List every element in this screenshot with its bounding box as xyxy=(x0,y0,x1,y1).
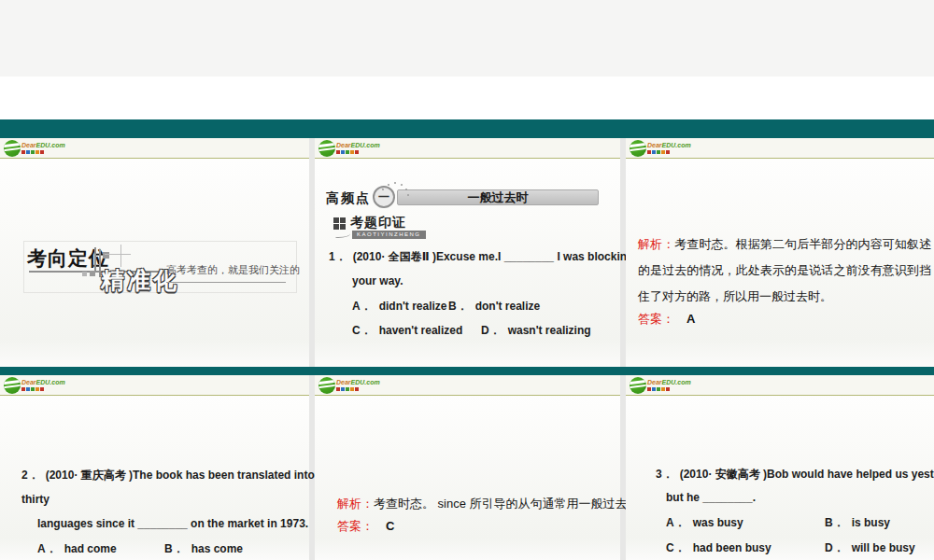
deco-square xyxy=(82,272,87,276)
badge-label: 高频点 xyxy=(326,190,371,207)
question-line: 2．(2010· 重庆高考 )The book has been transla… xyxy=(21,468,315,483)
slide-4-question-2[interactable]: DearEDU.com 2．(2010· 重庆高考 )The book has … xyxy=(0,375,309,560)
logo-color-squares xyxy=(21,150,65,154)
globe-icon xyxy=(318,377,335,394)
logo-color-squares xyxy=(647,387,691,391)
swoosh-line xyxy=(335,232,350,238)
dearedu-logo-icon: DearEDU.com xyxy=(318,377,380,394)
logo-color-squares xyxy=(647,150,691,154)
options-row: C．had been busyD．will be busy xyxy=(666,540,915,556)
section-pinyin-strip: KAOTIYINZHENG xyxy=(335,231,426,239)
slide-5-analysis-2[interactable]: DearEDU.com 解析：考查时态。 since 所引导的从句通常用一般过去… xyxy=(315,375,620,560)
teal-divider-bar xyxy=(0,119,934,138)
dearedu-logo-icon: DearEDU.com xyxy=(630,140,691,157)
options-row: A．was busyB．is busy xyxy=(666,515,890,531)
question-line: languages since it ________ on the marke… xyxy=(37,517,308,530)
analysis-paragraph: 解析：考查时态。 since 所引导的从句通常用一般过去时。 xyxy=(337,491,617,517)
logo-strip: DearEDU.com xyxy=(315,375,620,396)
deco-cross xyxy=(105,254,131,255)
globe-icon xyxy=(630,140,646,157)
grid-icon xyxy=(333,217,346,230)
section-header: 考题印证 xyxy=(333,215,406,231)
question-line: thirty xyxy=(21,493,50,506)
slide-grid-preview: DearEDU.com 考向定位 精准化 高考考查的，就是我们关注的 DearE… xyxy=(0,0,934,560)
logo-strip: DearEDU.com xyxy=(626,138,934,159)
globe-icon xyxy=(630,377,646,394)
logo-color-squares xyxy=(336,150,380,154)
logo-strip: DearEDU.com xyxy=(0,375,309,396)
slide-6-question-3[interactable]: DearEDU.com 3．(2010· 安徽高考 )Bob would hav… xyxy=(626,375,934,560)
teal-divider-bar xyxy=(0,367,934,375)
globe-icon xyxy=(318,140,335,157)
graphic-tagline: 高考考查的，就是我们关注的 xyxy=(166,263,286,283)
options-row: A．didn't realizeB．don't realize xyxy=(352,299,540,315)
logo-strip: DearEDU.com xyxy=(626,375,934,396)
analysis-paragraph: 解析：考查时态。根据第二句后半部分的内容可知叙述的是过去的情况，此处表示的是说话… xyxy=(638,231,931,310)
dearedu-logo-icon: DearEDU.com xyxy=(4,377,65,394)
logo-color-squares xyxy=(21,387,65,391)
answer-line: 答案：C xyxy=(337,518,394,535)
deco-cross xyxy=(120,245,121,267)
circle-number-badge: 一 xyxy=(373,186,395,208)
deco-bar xyxy=(94,247,96,272)
logo-strip: DearEDU.com xyxy=(315,138,620,159)
question-line: your way. xyxy=(352,274,403,287)
globe-icon xyxy=(4,377,21,394)
slide-1-kaoxiang-dingwei[interactable]: DearEDU.com 考向定位 精准化 高考考查的，就是我们关注的 xyxy=(0,138,309,367)
question-line: but he ________. xyxy=(666,491,756,504)
question-line: 1．(2010· 全国卷Ⅱ )Excuse me.I ________ I wa… xyxy=(329,249,633,265)
graphic-title: 考向定位 xyxy=(27,245,109,272)
dearedu-logo-icon: DearEDU.com xyxy=(318,140,380,157)
question-line: 3．(2010· 安徽高考 )Bob would have helped us … xyxy=(656,467,934,483)
slide-2-question-1[interactable]: DearEDU.com 高频点 一般过去时 一 考题印证 KAOTIYINZHE… xyxy=(315,138,620,367)
topic-bar: 一般过去时 xyxy=(397,189,599,205)
options-row: C．haven't realizedD．wasn't realizing xyxy=(352,323,591,339)
answer-line: 答案：A xyxy=(638,311,695,328)
page-top-margin xyxy=(0,0,934,77)
dotted-arc-decoration xyxy=(393,195,395,197)
logo-color-squares xyxy=(336,387,380,391)
options-row: A．had comeB．has come xyxy=(37,541,243,557)
logo-strip: DearEDU.com xyxy=(0,138,309,159)
globe-icon xyxy=(4,140,21,157)
dearedu-logo-icon: DearEDU.com xyxy=(630,377,691,394)
slide-3-analysis-1[interactable]: DearEDU.com 解析：考查时态。根据第二句后半部分的内容可知叙述的是过去… xyxy=(626,138,934,367)
deco-square xyxy=(90,271,95,276)
dearedu-logo-icon: DearEDU.com xyxy=(4,140,65,157)
